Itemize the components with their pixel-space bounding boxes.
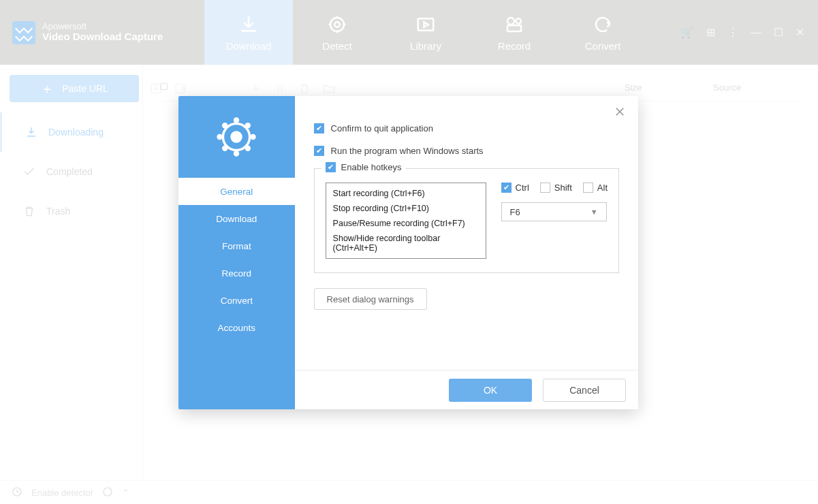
status-bar: Enable detector ⌃ xyxy=(0,480,818,504)
checkbox-checked-icon: ✔ xyxy=(314,123,324,133)
hotkey-key-select[interactable]: F6 ▼ xyxy=(501,202,607,221)
film-camera-icon xyxy=(503,13,526,36)
svg-rect-2 xyxy=(418,18,434,31)
confirm-quit-label: Confirm to quit application xyxy=(331,123,433,133)
sidebar-item-label: Downloading xyxy=(48,127,104,138)
tab-label: Record xyxy=(498,40,531,52)
svg-point-18 xyxy=(222,146,227,151)
tab-label: Download xyxy=(226,40,272,52)
svg-rect-5 xyxy=(507,25,521,31)
settings-nav-download[interactable]: Download xyxy=(178,205,295,232)
chevron-down-icon: ▼ xyxy=(591,208,598,216)
tab-label: Detect xyxy=(322,40,351,52)
enable-hotkeys-row[interactable]: ✔ Enable hotkeys xyxy=(321,162,406,172)
run-on-start-row[interactable]: ✔ Run the program when Windows starts xyxy=(314,146,619,156)
settings-nav-record[interactable]: Record xyxy=(178,259,295,287)
start-icon[interactable] xyxy=(248,81,263,96)
ok-button[interactable]: OK xyxy=(449,379,532,402)
app-logo-icon xyxy=(12,21,35,44)
cart-icon[interactable]: 🛒 xyxy=(680,26,694,39)
modifier-ctrl[interactable]: ✔ Ctrl xyxy=(501,183,529,193)
open-folder-icon[interactable] xyxy=(321,81,336,96)
svg-point-12 xyxy=(234,117,239,123)
modifier-alt-label: Alt xyxy=(597,183,608,193)
svg-point-10 xyxy=(104,488,112,496)
modifier-shift-label: Shift xyxy=(554,183,572,193)
cancel-button[interactable]: Cancel xyxy=(543,379,626,402)
hotkey-item[interactable]: Show/Hide recording toolbar (Ctrl+Alt+E) xyxy=(333,234,479,253)
tab-convert[interactable]: Convert xyxy=(559,0,647,65)
sidebar-item-downloading[interactable]: Downloading xyxy=(0,112,142,152)
brand-name: Apowersoft xyxy=(42,22,163,31)
svg-point-14 xyxy=(217,134,223,140)
checkbox-checked-icon: ✔ xyxy=(314,146,324,156)
svg-point-1 xyxy=(334,22,340,27)
minimize-button[interactable]: ― xyxy=(751,27,761,39)
checkbox-empty-icon xyxy=(540,183,550,193)
hotkey-list[interactable]: Start recording (Ctrl+F6) Stop recording… xyxy=(326,183,486,259)
app-title: Video Download Capture xyxy=(42,31,163,43)
grid-icon[interactable]: ⊞ xyxy=(706,26,715,39)
app-bar: Apowersoft Video Download Capture Downlo… xyxy=(0,0,818,65)
window-controls: 🛒 ⊞ ⋮ ― ☐ ✕ xyxy=(667,0,818,65)
tab-label: Library xyxy=(410,40,441,52)
chevron-up-icon[interactable]: ⌃ xyxy=(122,488,129,498)
hotkey-key-value: F6 xyxy=(510,207,520,217)
run-on-start-label: Run the program when Windows starts xyxy=(331,146,484,156)
modifier-shift[interactable]: Shift xyxy=(540,183,572,193)
paste-url-label: Paste URL xyxy=(62,83,108,94)
hotkey-item[interactable]: Stop recording (Ctrl+F10) xyxy=(333,204,479,213)
hotkey-item[interactable]: Start recording (Ctrl+F6) xyxy=(333,189,479,198)
trash-icon xyxy=(22,204,37,219)
settings-nav-accounts[interactable]: Accounts xyxy=(178,314,295,341)
close-window-button[interactable]: ✕ xyxy=(796,26,804,39)
svg-point-13 xyxy=(234,151,239,156)
maximize-button[interactable]: ☐ xyxy=(774,26,783,39)
main-tabs: Download Detect Library Record Convert xyxy=(204,0,667,65)
more-icon[interactable]: ⋮ xyxy=(727,26,738,39)
modifier-alt[interactable]: Alt xyxy=(583,183,608,193)
tab-detect[interactable]: Detect xyxy=(293,0,381,65)
enable-detector-label[interactable]: Enable detector xyxy=(31,488,93,498)
pause-icon[interactable] xyxy=(272,81,287,96)
sidebar: Downloading Completed Trash xyxy=(0,65,143,480)
modifier-ctrl-label: Ctrl xyxy=(516,183,529,193)
svg-point-15 xyxy=(251,134,256,140)
download-icon xyxy=(237,13,260,36)
sidebar-item-label: Completed xyxy=(46,166,93,177)
check-icon xyxy=(22,164,37,179)
batch-download-icon[interactable] xyxy=(148,81,163,96)
close-dialog-button[interactable] xyxy=(614,106,626,120)
settings-nav-general[interactable]: General xyxy=(178,178,295,205)
download-icon xyxy=(24,125,39,140)
delete-icon[interactable] xyxy=(297,81,312,96)
svg-point-11 xyxy=(232,132,241,142)
settings-nav-convert[interactable]: Convert xyxy=(178,287,295,314)
checkbox-checked-icon: ✔ xyxy=(326,162,336,172)
hotkey-item[interactable]: Pause/Resume recording (Ctrl+F7) xyxy=(333,219,479,228)
reset-dialog-warnings-button[interactable]: Reset dialog warnings xyxy=(314,288,427,310)
settings-panel: ✔ Confirm to quit application ✔ Run the … xyxy=(295,96,638,409)
hotkeys-group: ✔ Enable hotkeys Start recording (Ctrl+F… xyxy=(314,168,619,273)
target-icon xyxy=(326,13,349,36)
confirm-quit-row[interactable]: ✔ Confirm to quit application xyxy=(314,123,619,133)
tab-label: Convert xyxy=(585,40,621,52)
sidebar-item-trash[interactable]: Trash xyxy=(0,191,142,231)
paste-url-button[interactable]: ＋ Paste URL xyxy=(10,75,139,102)
settings-nav-format[interactable]: Format xyxy=(178,232,295,259)
tab-record[interactable]: Record xyxy=(470,0,559,65)
sidebar-item-label: Trash xyxy=(46,206,70,217)
svg-point-0 xyxy=(330,18,344,31)
sidebar-item-completed[interactable]: Completed xyxy=(0,152,142,191)
speed-limit-icon[interactable] xyxy=(101,486,114,500)
svg-point-4 xyxy=(516,18,522,24)
detector-toggle-icon[interactable] xyxy=(11,486,23,500)
play-square-icon xyxy=(414,13,437,36)
add-to-convert-icon[interactable] xyxy=(173,81,188,96)
svg-rect-8 xyxy=(176,84,185,93)
tab-library[interactable]: Library xyxy=(381,0,470,65)
tab-download[interactable]: Download xyxy=(204,0,293,65)
settings-dialog: General Download Format Record Convert A… xyxy=(178,96,638,409)
cycle-icon xyxy=(591,13,614,36)
svg-point-16 xyxy=(222,123,227,128)
